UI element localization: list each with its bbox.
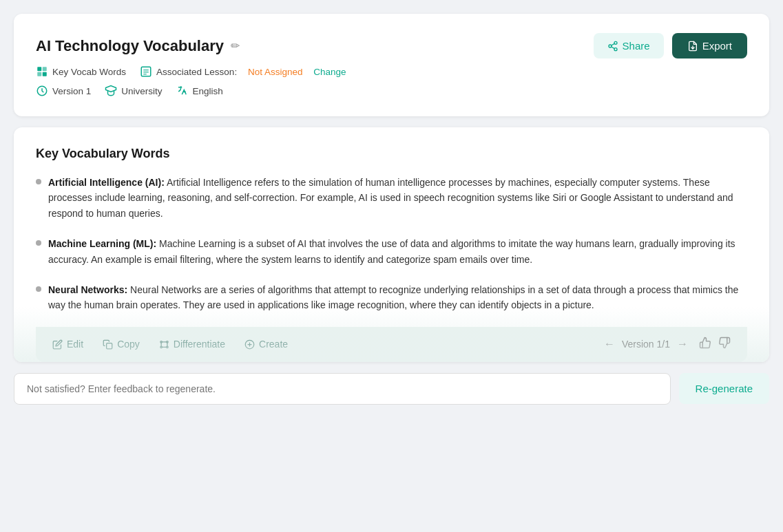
bullet-3: [36, 286, 41, 292]
feedback-input[interactable]: [14, 373, 671, 405]
create-icon: [244, 339, 255, 350]
toolbar-right: ← Version 1/1 →: [604, 337, 731, 352]
thumbs-down-button[interactable]: [718, 337, 731, 352]
vocab-type-label: Key Vocab Words: [52, 67, 126, 77]
vocab-type-item: Key Vocab Words: [36, 65, 126, 78]
vocab-type-icon: [36, 65, 48, 78]
share-button[interactable]: Share: [594, 33, 664, 58]
edit-icon: [52, 339, 63, 350]
vocab-item-2: Machine Learning (ML): Machine Learning …: [36, 236, 747, 267]
language-item: English: [176, 85, 223, 97]
toolbar-left: Edit Copy Differentiate: [52, 339, 288, 350]
change-label[interactable]: Change: [313, 67, 346, 77]
edit-title-icon[interactable]: ✏: [231, 39, 240, 52]
lesson-icon: [140, 65, 152, 78]
copy-icon: [103, 339, 113, 350]
toolbar: Edit Copy Differentiate: [36, 327, 747, 362]
vocab-list: Artificial Intelligence (AI): Artificial…: [36, 175, 747, 327]
vocab-text-3: Neural Networks: Neural Networks are a s…: [48, 282, 747, 313]
next-version-button[interactable]: →: [677, 338, 688, 350]
page-title: AI Technology Vocabulary: [36, 37, 224, 55]
vocab-text-2: Machine Learning (ML): Machine Learning …: [48, 236, 747, 267]
export-label: Export: [702, 40, 732, 52]
share-label: Share: [623, 40, 650, 52]
header-top: AI Technology Vocabulary ✏ Share Export: [36, 33, 747, 58]
edit-label: Edit: [67, 339, 83, 350]
differentiate-label: Differentiate: [174, 339, 225, 350]
level-item: University: [105, 85, 162, 97]
vocab-text-1: Artificial Intelligence (AI): Artificial…: [48, 175, 747, 221]
content-card: Key Vocabulary Words Artificial Intellig…: [14, 127, 769, 362]
create-button[interactable]: Create: [244, 339, 288, 350]
svg-rect-6: [37, 67, 41, 71]
svg-rect-15: [107, 343, 112, 348]
language-label: English: [193, 86, 223, 96]
section-title: Key Vocabulary Words: [36, 147, 747, 161]
meta-row: Key Vocab Words Associated Lesson: Not A…: [36, 65, 747, 78]
title-row: AI Technology Vocabulary ✏: [36, 37, 240, 55]
vocab-item-3: Neural Networks: Neural Networks are a s…: [36, 282, 747, 313]
associated-lesson-prefix: Associated Lesson:: [156, 67, 237, 77]
export-button[interactable]: Export: [672, 33, 747, 58]
version-nav-label: Version 1/1: [622, 339, 670, 350]
svg-rect-10: [141, 67, 151, 76]
share-icon: [607, 41, 618, 52]
svg-line-3: [611, 47, 614, 49]
copy-button[interactable]: Copy: [103, 339, 140, 350]
thumbs-down-icon: [718, 337, 731, 349]
svg-rect-8: [37, 72, 41, 76]
version-label: Version 1: [52, 86, 91, 96]
version-row: Version 1 University English: [36, 85, 747, 97]
edit-button[interactable]: Edit: [52, 339, 83, 350]
bullet-1: [36, 179, 41, 184]
thumbs-up-icon: [699, 337, 711, 349]
language-icon: [176, 85, 189, 97]
vocab-term-2: Machine Learning (ML):: [48, 238, 156, 249]
header-buttons: Share Export: [594, 33, 747, 58]
svg-rect-7: [43, 67, 47, 71]
feedback-icons: [699, 337, 731, 352]
differentiate-icon: [159, 339, 169, 350]
not-assigned-label[interactable]: Not Assigned: [248, 67, 303, 77]
level-icon: [105, 85, 117, 97]
svg-line-4: [611, 43, 614, 45]
regenerate-button[interactable]: Re-generate: [679, 373, 769, 404]
vocab-item-1: Artificial Intelligence (AI): Artificial…: [36, 175, 747, 221]
bullet-2: [36, 240, 41, 246]
level-label: University: [121, 86, 162, 96]
svg-rect-9: [43, 72, 47, 76]
vocab-term-1: Artificial Intelligence (AI):: [48, 177, 165, 188]
vocab-definition-3: Neural Networks are a series of algorith…: [48, 284, 738, 310]
vocab-term-3: Neural Networks:: [48, 284, 127, 295]
version-icon: [36, 85, 48, 97]
create-label: Create: [259, 339, 288, 350]
differentiate-button[interactable]: Differentiate: [159, 339, 225, 350]
export-icon: [687, 41, 698, 52]
thumbs-up-button[interactable]: [699, 337, 711, 352]
copy-label: Copy: [117, 339, 140, 350]
header-card: AI Technology Vocabulary ✏ Share Export: [14, 14, 769, 116]
associated-lesson-item: Associated Lesson: Not Assigned Change: [140, 65, 346, 78]
version-nav: ← Version 1/1 →: [604, 338, 688, 350]
bottom-bar: Re-generate: [14, 373, 769, 405]
prev-version-button[interactable]: ←: [604, 338, 615, 350]
version-item: Version 1: [36, 85, 91, 97]
